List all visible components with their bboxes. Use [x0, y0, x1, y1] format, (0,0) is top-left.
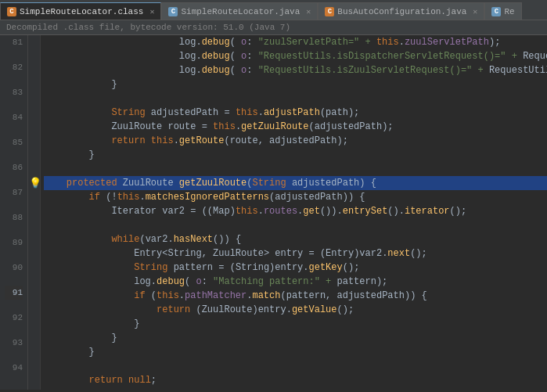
tab-simple-route-locator-class[interactable]: C SimpleRouteLocator.class ✕: [0, 2, 161, 20]
tab-close-2[interactable]: ✕: [306, 7, 311, 16]
ln-85: 85: [5, 135, 23, 149]
code-line-93: Iterator var2 = ((Map)this.routes.get())…: [44, 204, 547, 218]
line-numbers: 81 82 83 84 85 86 87 88 89 90 91 92 93 9…: [0, 35, 28, 390]
code-line-89: }: [44, 148, 547, 162]
ln-87: 87: [5, 185, 23, 200]
tab-label-2: SimpleRouteLocator.java: [181, 7, 300, 16]
code-area: 81 82 83 84 85 86 87 88 89 90 91 92 93 9…: [0, 35, 547, 390]
tab-icon-3: C: [325, 7, 334, 16]
tab-label-3: BusAutoConfiguration.java: [337, 7, 466, 16]
code-line-103: }: [44, 345, 547, 359]
code-line-105: return null;: [44, 373, 547, 387]
code-line-100: return (ZuulRoute)entry.getValue();: [44, 303, 547, 317]
gutter-icon-91: 💡: [29, 177, 41, 189]
ln-88: 88: [5, 210, 23, 225]
tab-icon-2: C: [168, 7, 178, 16]
code-line-92: if (!this.matchesIgnoredPatterns(adjuste…: [44, 190, 547, 204]
code-line-82: log.debug( o: "RequestUtils.isDispatcher…: [44, 49, 547, 63]
code-line-106: }: [44, 387, 547, 390]
code-line-83: log.debug( o: "RequestUtils.isZuulServle…: [44, 63, 547, 77]
ln-92: 92: [5, 311, 23, 325]
tab-label-1: SimpleRouteLocator.class: [20, 7, 143, 16]
code-line-90: [44, 162, 547, 176]
code-line-87: ZuulRoute route = this.getZuulRoute(adju…: [44, 120, 547, 134]
tab-icon-1: C: [7, 7, 16, 16]
tab-label-4: Re: [504, 7, 514, 16]
code-line-95: while(var2.hasNext()) {: [44, 232, 547, 246]
tab-bar: C SimpleRouteLocator.class ✕ C SimpleRou…: [0, 0, 547, 20]
ln-93: 93: [5, 336, 23, 350]
ln-95: 95: [5, 386, 23, 390]
code-line-101: }: [44, 317, 547, 331]
code-line-104: [44, 359, 547, 373]
code-line-94: [44, 218, 547, 232]
code-line-84: }: [44, 77, 547, 92]
tab-close-1[interactable]: ✕: [149, 7, 154, 16]
code-line-86: String adjustedPath = this.adjustPath(pa…: [44, 106, 547, 120]
gutter: 💡: [28, 35, 41, 390]
ln-91: 91: [5, 286, 23, 300]
code-line-99: if (this.pathMatcher.match(pattern, adju…: [44, 289, 547, 303]
ln-82: 82: [5, 60, 23, 74]
ln-81: 81: [5, 35, 23, 49]
code-line-98: log.debug( o: "Matching pattern:" + patt…: [44, 275, 547, 289]
code-line-81: log.debug( o: "zuulServletPath=" + this.…: [44, 35, 547, 49]
code-line-102: }: [44, 331, 547, 345]
code-line-88: return this.getRoute(route, adjustedPath…: [44, 134, 547, 148]
ln-90: 90: [5, 261, 23, 275]
ln-83: 83: [5, 85, 23, 99]
code-content[interactable]: log.debug( o: "zuulServletPath=" + this.…: [41, 35, 547, 390]
tab-re[interactable]: C Re: [484, 2, 521, 20]
ln-84: 84: [5, 110, 23, 124]
code-line-96: Entry<String, ZuulRoute> entry = (Entry)…: [44, 246, 547, 261]
code-line-91: protected ZuulRoute getZuulRoute(String …: [44, 176, 547, 190]
ln-89: 89: [5, 236, 23, 250]
tab-simple-route-locator-java[interactable]: C SimpleRouteLocator.java ✕: [161, 2, 318, 20]
ln-86: 86: [5, 160, 23, 174]
tab-bus-auto-configuration[interactable]: C BusAutoConfiguration.java ✕: [318, 2, 484, 20]
code-line-97: String pattern = (String)entry.getKey();: [44, 261, 547, 275]
info-bar-text: Decompiled .class file, bytecode version…: [6, 23, 290, 32]
ln-94: 94: [5, 361, 23, 375]
tab-icon-4: C: [491, 7, 501, 16]
editor-window: C SimpleRouteLocator.class ✕ C SimpleRou…: [0, 0, 547, 390]
tab-close-3[interactable]: ✕: [473, 7, 477, 16]
code-line-85: [44, 92, 547, 106]
info-bar: Decompiled .class file, bytecode version…: [0, 20, 547, 35]
